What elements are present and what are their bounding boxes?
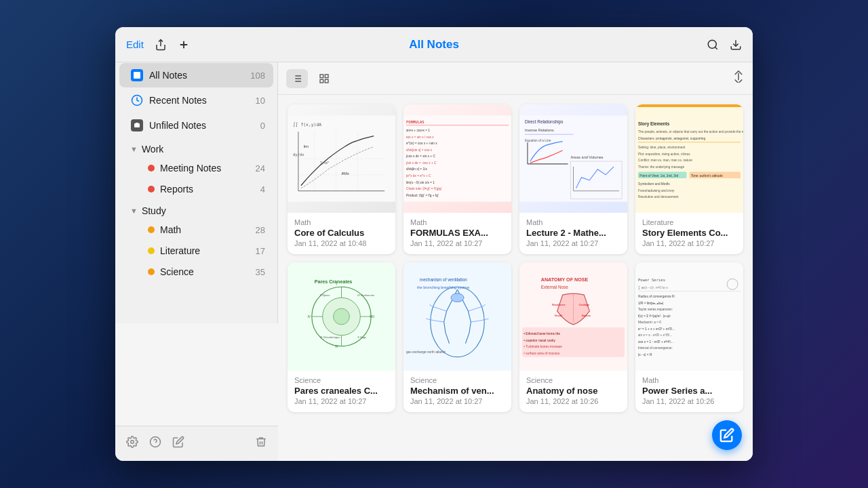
recent-notes-icon — [130, 94, 144, 107]
note-card-6[interactable]: ANATOMY OF NOSE External Nose Nasal bone… — [519, 262, 627, 412]
list-view-button[interactable] — [286, 69, 308, 88]
reports-count: 4 — [260, 184, 265, 195]
svg-text:• Turbinate bones increase: • Turbinate bones increase — [524, 345, 562, 348]
svg-text:dy/dx: dy/dx — [293, 152, 304, 157]
study-section-label: Study — [142, 205, 166, 216]
note-category-0: Math — [294, 218, 389, 226]
notes-grid: ∫∫ f(x,y)dA dy/dx lim ∑ nxⁿ ∂f/∂x — [278, 95, 753, 461]
note-info-1: Math FORMULAS EXA... Jan 11, 2022 at 10:… — [403, 213, 511, 254]
add-note-button[interactable] — [178, 39, 190, 51]
sidebar-item-meeting-notes[interactable]: Meeting Notes 24 — [119, 158, 273, 178]
settings-button[interactable] — [126, 436, 138, 451]
svg-text:e^(ix) = cos x + i·sin x: e^(ix) = cos x + i·sin x — [406, 142, 437, 145]
note-thumbnail-7: Power Series ∑ aₙ(x - c)ⁿ, n=0 to ∞ Radi… — [635, 262, 743, 371]
trash-icon — [255, 436, 267, 448]
note-card-1[interactable]: FORMULAS sin²x + cos²x = 1 tan x = sin x… — [403, 104, 511, 254]
svg-text:∂f/∂x: ∂f/∂x — [342, 171, 350, 176]
work-section-label: Work — [142, 144, 163, 155]
grid-view-button[interactable] — [313, 69, 335, 88]
literature-count: 17 — [256, 246, 265, 256]
svg-text:Tone: author's attitude: Tone: author's attitude — [691, 174, 723, 178]
sidebar-item-math[interactable]: Math 28 — [119, 220, 273, 240]
title-bar-right — [707, 39, 742, 51]
export-button[interactable] — [730, 39, 742, 51]
share-button[interactable] — [155, 39, 167, 51]
all-notes-icon — [130, 68, 144, 82]
unfiled-notes-count: 0 — [260, 121, 265, 131]
note-thumbnail-3: Story Elements The people, animals, or o… — [635, 104, 743, 213]
note-date-4: Jan 11, 2022 at 10:27 — [294, 397, 389, 405]
note-card-5[interactable]: mechanism of ventilation the bronching b… — [403, 262, 511, 412]
sidebar-item-reports[interactable]: Reports 4 — [119, 179, 273, 199]
new-note-fab[interactable] — [712, 420, 742, 450]
note-info-4: Science Pares craneales C... Jan 11, 202… — [288, 371, 395, 412]
note-category-2: Math — [526, 218, 620, 226]
notes-icon — [133, 71, 141, 79]
search-icon — [707, 39, 719, 51]
help-icon — [149, 436, 161, 448]
science-label: Science — [160, 266, 256, 277]
page-title: All Notes — [409, 38, 459, 51]
sidebar-item-recent-notes[interactable]: Recent Notes 10 — [119, 88, 273, 113]
pen-icon — [172, 436, 184, 448]
list-view-icon — [292, 73, 302, 84]
svg-rect-21 — [320, 79, 323, 83]
sort-button[interactable] — [732, 70, 745, 86]
delete-button[interactable] — [255, 436, 267, 451]
note-card-0[interactable]: ∫∫ f(x,y)dA dy/dx lim ∑ nxⁿ ∂f/∂x — [288, 104, 395, 254]
svg-text:Areas and Volumes: Areas and Volumes — [571, 155, 604, 159]
svg-text:Power Series: Power Series — [638, 278, 665, 282]
all-notes-count: 108 — [250, 70, 265, 81]
sidebar-item-literature[interactable]: Literature 17 — [119, 241, 273, 261]
svg-text:Maclaurin: a = 0: Maclaurin: a = 0 — [638, 321, 661, 324]
sidebar-item-unfiled-notes[interactable]: Unfiled Notes 0 — [119, 113, 273, 138]
edit-button[interactable]: Edit — [126, 39, 144, 50]
svg-text:II Óptico: II Óptico — [320, 293, 331, 297]
sidebar-item-all-notes[interactable]: All Notes 108 — [119, 63, 273, 87]
svg-text:1/R = lim|aₙ₊₁/aₙ|: 1/R = lim|aₙ₊₁/aₙ| — [638, 302, 663, 305]
note-card-3[interactable]: Story Elements The people, animals, or o… — [635, 104, 743, 254]
svg-text:Direct Relationships: Direct Relationships — [525, 119, 564, 125]
sidebar-item-science[interactable]: Science 35 — [119, 262, 273, 282]
meeting-notes-count: 24 — [256, 163, 265, 174]
sidebar-wrapper: All Notes 108 Recent Notes 10 — [115, 62, 278, 461]
help-button[interactable] — [149, 436, 161, 451]
svg-point-82 — [334, 308, 350, 325]
note-info-2: Math Lecture 2 - Mathe... Jan 11, 2022 a… — [519, 213, 627, 254]
note-card-7[interactable]: Power Series ∑ aₙ(x - c)ⁿ, n=0 to ∞ Radi… — [635, 262, 743, 412]
svg-text:Point of View: 1st, 2nd, 3rd: Point of View: 1st, 2nd, 3rd — [639, 174, 678, 178]
svg-text:• Ethmoid bone forms the: • Ethmoid bone forms the — [524, 332, 560, 336]
math-dot — [148, 226, 155, 233]
note-info-7: Math Power Series a... Jan 11, 2022 at 1… — [635, 371, 743, 412]
sort-icon — [732, 70, 745, 83]
svg-text:∑ nxⁿ: ∑ nxⁿ — [320, 161, 329, 165]
svg-text:d/dx[ln x] = 1/x: d/dx[ln x] = 1/x — [406, 167, 427, 171]
svg-text:eˣ = 1 + x + x²/2! + x³/3!...: eˣ = 1 + x + x²/2! + x³/3!... — [638, 327, 675, 331]
science-dot — [148, 268, 155, 275]
note-card-4[interactable]: Pares Craneales I XI IV — [288, 262, 395, 412]
svg-text:• surface area of mucosa: • surface area of mucosa — [524, 352, 559, 355]
sidebar-section-study[interactable]: ▼ Study — [119, 200, 273, 219]
note-title-5: Mechanism of ven... — [410, 386, 505, 396]
note-card-2[interactable]: Direct Relationships Inverse Relations E… — [519, 104, 627, 254]
search-button[interactable] — [707, 39, 719, 51]
svg-text:Pares Craneales: Pares Craneales — [315, 279, 353, 285]
study-chevron-icon: ▼ — [130, 207, 138, 215]
edit-pen-button[interactable] — [172, 436, 184, 451]
svg-text:ANATOMY OF NOSE: ANATOMY OF NOSE — [541, 277, 589, 283]
svg-text:lim: lim — [304, 144, 309, 148]
svg-text:Story Elements: Story Elements — [638, 121, 670, 127]
note-thumbnail-4: Pares Craneales I XI IV — [288, 262, 395, 371]
sidebar-section-work[interactable]: ▼ Work — [119, 138, 273, 157]
svg-text:Foreshadowing and irony: Foreshadowing and irony — [638, 189, 675, 192]
note-date-1: Jan 11, 2022 at 10:27 — [410, 239, 505, 247]
note-date-3: Jan 11, 2022 at 10:27 — [642, 239, 736, 247]
svg-text:The people, animals, or object: The people, animals, or objects that car… — [638, 130, 743, 134]
meeting-notes-dot — [148, 165, 155, 171]
recent-notes-count: 10 — [256, 96, 265, 106]
svg-text:∫cos x dx = sin x + C: ∫cos x dx = sin x + C — [406, 155, 435, 158]
literature-dot — [148, 247, 155, 254]
note-title-0: Core of Calculus — [294, 228, 389, 238]
svg-text:gas exchange north atlantic: gas exchange north atlantic — [406, 350, 446, 354]
main-content: All Notes 108 Recent Notes 10 — [115, 62, 753, 461]
